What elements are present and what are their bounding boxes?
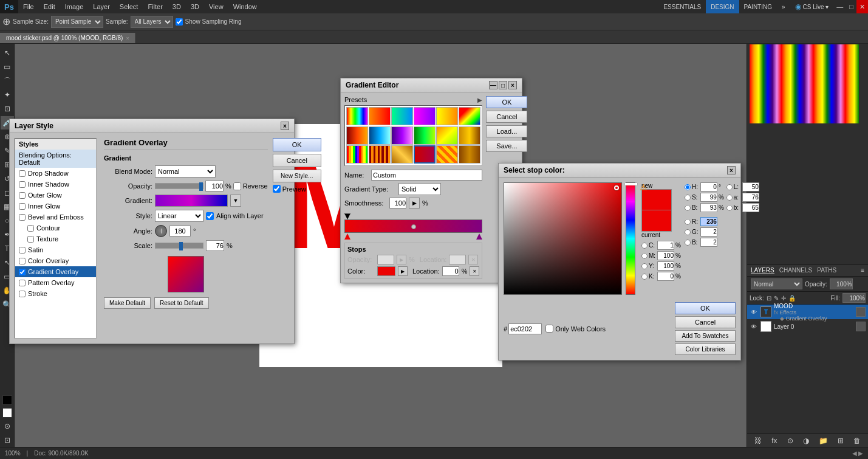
stops-color-arrow[interactable]: ▶	[398, 266, 408, 276]
cancel-btn-ge[interactable]: Cancel	[486, 111, 527, 123]
add-layer-btn[interactable]: ⊞	[838, 437, 844, 445]
presets-menu-arrow[interactable]: ▶	[477, 97, 482, 103]
quick-mask[interactable]: ⊙	[1, 419, 14, 433]
bevel-emboss-item[interactable]: Bevel and Emboss	[15, 212, 96, 223]
texture-item[interactable]: Texture	[15, 233, 96, 244]
layer-item-0[interactable]: 👁 Layer 0	[747, 319, 868, 334]
preset-9[interactable]	[391, 126, 413, 145]
close-tab-btn[interactable]: ×	[126, 35, 129, 41]
h-radio[interactable]	[685, 184, 691, 190]
k-radio[interactable]	[641, 274, 648, 280]
b3-radio[interactable]	[726, 205, 733, 211]
stops-color-delete[interactable]: ✕	[470, 266, 479, 276]
preset-18[interactable]	[459, 145, 480, 164]
y-input[interactable]: 100	[657, 261, 674, 271]
menu-window[interactable]: View	[204, 0, 228, 13]
ok-btn-ls[interactable]: OK	[273, 138, 321, 151]
menu-filter[interactable]: Filter	[143, 0, 167, 13]
preset-15[interactable]	[391, 145, 413, 164]
gradient-swatch-go[interactable]	[155, 195, 228, 207]
layer-eye-0[interactable]: 👁	[750, 322, 758, 331]
preset-6[interactable]	[459, 107, 480, 125]
menu-3d[interactable]: 3D	[168, 0, 186, 13]
gradient-midpoint[interactable]	[411, 224, 416, 229]
add-group-btn[interactable]: 📁	[819, 437, 828, 445]
maximize-app-btn[interactable]: □	[846, 0, 856, 13]
marquee-tool[interactable]: ▭	[1, 60, 14, 74]
color-stop-left[interactable]	[344, 233, 350, 240]
add-link-btn[interactable]: ⛓	[754, 437, 762, 445]
preset-11[interactable]	[436, 126, 458, 145]
contour-check[interactable]	[27, 225, 34, 232]
ok-btn-sc[interactable]: OK	[675, 302, 736, 314]
lock-transparent-btn[interactable]: ⊡	[767, 295, 771, 302]
color-stop-right[interactable]	[476, 233, 482, 240]
reverse-check[interactable]	[233, 182, 241, 190]
gradient-arrow-btn[interactable]: ▼	[230, 195, 241, 207]
design-btn[interactable]: DESIGN	[706, 0, 739, 13]
a-input[interactable]: 76	[742, 193, 759, 202]
c-input[interactable]: 1	[657, 241, 674, 250]
m-radio[interactable]	[641, 253, 648, 259]
b2-input[interactable]: 2	[700, 238, 717, 247]
preset-17[interactable]	[436, 145, 458, 164]
screen-mode[interactable]: ⊡	[1, 433, 14, 447]
b2-radio[interactable]	[685, 240, 691, 246]
inner-shadow-item[interactable]: Inner Shadow	[15, 179, 96, 190]
background-color[interactable]	[2, 408, 12, 418]
hue-strip[interactable]	[626, 182, 635, 295]
s-radio[interactable]	[685, 195, 691, 201]
inner-shadow-check[interactable]	[19, 181, 26, 188]
preset-8[interactable]	[369, 126, 391, 145]
preset-2[interactable]	[369, 107, 391, 125]
hex-input[interactable]: ec0202	[508, 323, 542, 334]
preset-14[interactable]	[369, 145, 391, 164]
new-style-btn[interactable]: New Style...	[273, 170, 321, 182]
delete-layer-btn[interactable]: 🗑	[853, 437, 861, 445]
crop-tool[interactable]: ⊡	[1, 102, 14, 116]
layers-panel-menu[interactable]: ≡	[861, 267, 864, 274]
layer-eye-mood[interactable]: 👁	[750, 308, 758, 316]
preset-7[interactable]	[346, 126, 368, 145]
preset-4[interactable]	[414, 107, 436, 125]
m-input[interactable]: 100	[657, 251, 674, 260]
cancel-btn-ls[interactable]: Cancel	[273, 154, 321, 167]
h-input[interactable]: 0	[700, 182, 717, 192]
drop-shadow-check[interactable]	[19, 170, 26, 177]
scale-value-go[interactable]: 76	[206, 240, 224, 251]
foreground-color[interactable]	[2, 395, 12, 405]
g-radio[interactable]	[685, 229, 691, 235]
a-radio[interactable]	[726, 195, 733, 201]
gradient-overlay-check[interactable]	[19, 269, 26, 275]
close-app-btn[interactable]: ✕	[856, 0, 868, 13]
smoothness-value[interactable]: 100	[389, 198, 406, 209]
name-input-ge[interactable]: Custom	[371, 170, 482, 181]
outer-glow-check[interactable]	[19, 192, 26, 199]
close-layer-style-btn[interactable]: ×	[281, 122, 289, 130]
pattern-overlay-item[interactable]: Pattern Overlay	[15, 277, 96, 288]
angle-dial[interactable]	[155, 225, 167, 237]
add-style-btn[interactable]: fx	[771, 437, 777, 445]
satin-item[interactable]: Satin	[15, 244, 96, 255]
preset-3[interactable]	[391, 107, 413, 125]
styles-header-item[interactable]: Styles	[15, 139, 96, 150]
l-radio[interactable]	[726, 184, 733, 190]
k-input[interactable]: 0	[657, 272, 674, 281]
color-overlay-item[interactable]: Color Overlay	[15, 255, 96, 266]
opacity-thumb[interactable]	[199, 182, 203, 191]
menu-layer[interactable]: Layer	[88, 0, 115, 13]
smoothness-arrow-btn[interactable]: ▶	[409, 198, 420, 209]
s-input[interactable]: 99	[700, 193, 717, 202]
scale-thumb[interactable]	[179, 242, 183, 250]
menu-image[interactable]: Image	[60, 0, 89, 13]
style-select-go[interactable]: Linear	[155, 210, 203, 222]
document-tab[interactable]: mood sticker.psd @ 100% (MOOD, RGB/8) ×	[0, 33, 136, 43]
y-radio[interactable]	[641, 263, 648, 269]
add-adjustment-btn[interactable]: ◑	[803, 437, 809, 445]
inner-glow-check[interactable]	[19, 203, 26, 210]
minimize-app-btn[interactable]: —	[833, 0, 846, 13]
texture-check[interactable]	[27, 236, 34, 243]
stroke-check[interactable]	[19, 291, 26, 297]
reset-to-default-btn[interactable]: Reset to Default	[154, 297, 209, 309]
sample-select[interactable]: All Layers	[131, 16, 173, 28]
